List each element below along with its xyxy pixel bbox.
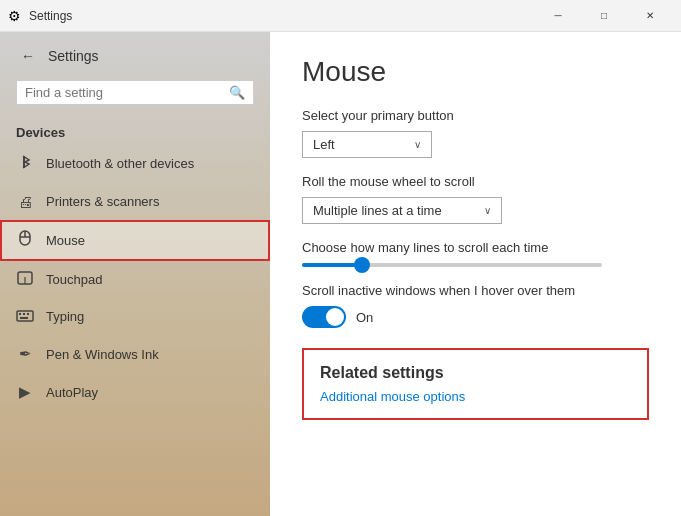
- scroll-setting-value: Multiple lines at a time: [313, 203, 442, 218]
- scroll-lines-section: Choose how many lines to scroll each tim…: [302, 240, 649, 267]
- minimize-button[interactable]: ─: [535, 0, 581, 32]
- main-layout: ← Settings 🔍 Devices Bluetooth & other d…: [0, 32, 681, 516]
- close-button[interactable]: ✕: [627, 0, 673, 32]
- sidebar-item-label-typing: Typing: [46, 309, 84, 324]
- inactive-scroll-label: Scroll inactive windows when I hover ove…: [302, 283, 649, 298]
- primary-button-value: Left: [313, 137, 335, 152]
- sidebar-item-bluetooth[interactable]: Bluetooth & other devices: [0, 144, 270, 183]
- svg-rect-8: [23, 313, 25, 315]
- scroll-setting-dropdown[interactable]: Multiple lines at a time ∨: [302, 197, 502, 224]
- sidebar-item-label-autoplay: AutoPlay: [46, 385, 98, 400]
- pen-icon: ✒: [16, 345, 34, 363]
- sidebar-section-label: Devices: [0, 117, 270, 144]
- title-bar: ⚙ Settings ─ □ ✕: [0, 0, 681, 32]
- search-input[interactable]: [25, 85, 223, 100]
- keyboard-icon: [16, 308, 34, 325]
- svg-rect-7: [19, 313, 21, 315]
- related-settings-title: Related settings: [320, 364, 631, 382]
- search-icon: 🔍: [229, 85, 245, 100]
- scroll-slider-fill: [302, 263, 362, 267]
- scroll-lines-label: Choose how many lines to scroll each tim…: [302, 240, 649, 255]
- inactive-scroll-toggle[interactable]: [302, 306, 346, 328]
- sidebar-item-label-mouse: Mouse: [46, 233, 85, 248]
- sidebar: ← Settings 🔍 Devices Bluetooth & other d…: [0, 32, 270, 516]
- page-title: Mouse: [302, 56, 649, 88]
- autoplay-icon: ▶: [16, 383, 34, 401]
- primary-button-chevron: ∨: [414, 139, 421, 150]
- toggle-knob: [326, 308, 344, 326]
- bluetooth-icon: [16, 154, 34, 173]
- scroll-setting-chevron: ∨: [484, 205, 491, 216]
- primary-button-dropdown[interactable]: Left ∨: [302, 131, 432, 158]
- sidebar-item-label-pen: Pen & Windows Ink: [46, 347, 159, 362]
- inactive-scroll-toggle-row: On: [302, 306, 649, 328]
- sidebar-item-typing[interactable]: Typing: [0, 298, 270, 335]
- scroll-slider-thumb[interactable]: [354, 257, 370, 273]
- sidebar-item-label-bluetooth: Bluetooth & other devices: [46, 156, 194, 171]
- svg-rect-9: [27, 313, 29, 315]
- maximize-button[interactable]: □: [581, 0, 627, 32]
- content-area: Mouse Select your primary button Left ∨ …: [270, 32, 681, 516]
- touchpad-icon: [16, 271, 34, 288]
- back-button[interactable]: ←: [16, 44, 40, 68]
- mouse-icon: [16, 230, 34, 251]
- sidebar-item-pen[interactable]: ✒ Pen & Windows Ink: [0, 335, 270, 373]
- title-bar-title: Settings: [29, 9, 72, 23]
- svg-rect-6: [17, 311, 33, 321]
- additional-mouse-options-link[interactable]: Additional mouse options: [320, 389, 465, 404]
- sidebar-item-label-touchpad: Touchpad: [46, 272, 102, 287]
- window-controls: ─ □ ✕: [535, 0, 673, 32]
- sidebar-item-label-printers: Printers & scanners: [46, 194, 159, 209]
- sidebar-item-mouse[interactable]: Mouse: [0, 220, 270, 261]
- app-icon: ⚙: [8, 8, 21, 24]
- printer-icon: 🖨: [16, 193, 34, 210]
- scroll-slider-track[interactable]: [302, 263, 602, 267]
- sidebar-item-printers[interactable]: 🖨 Printers & scanners: [0, 183, 270, 220]
- sidebar-header: ← Settings: [0, 32, 270, 76]
- primary-button-label: Select your primary button: [302, 108, 649, 123]
- search-box[interactable]: 🔍: [16, 80, 254, 105]
- sidebar-item-autoplay[interactable]: ▶ AutoPlay: [0, 373, 270, 411]
- toggle-state-label: On: [356, 310, 373, 325]
- sidebar-app-title: Settings: [48, 48, 99, 64]
- scroll-setting-label: Roll the mouse wheel to scroll: [302, 174, 649, 189]
- sidebar-item-touchpad[interactable]: Touchpad: [0, 261, 270, 298]
- related-settings-box: Related settings Additional mouse option…: [302, 348, 649, 420]
- svg-rect-10: [20, 317, 28, 319]
